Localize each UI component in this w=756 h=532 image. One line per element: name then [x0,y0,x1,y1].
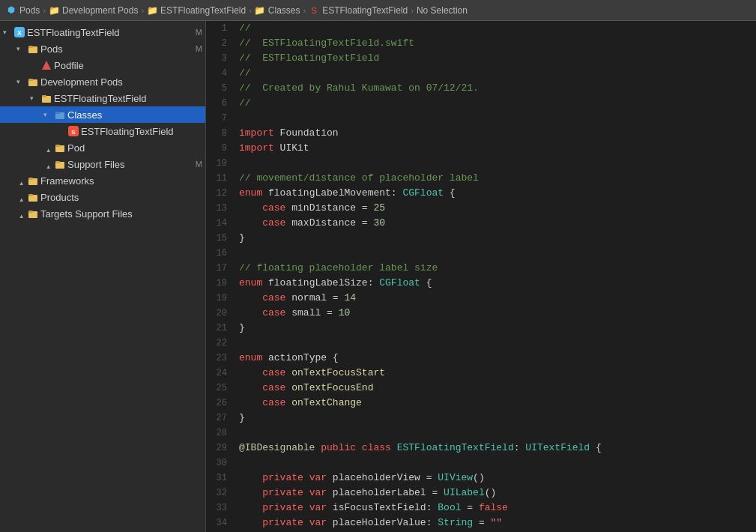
sidebar-item-targetssupportfiles[interactable]: ▸Targets Support Files [0,205,205,222]
token-plain: } [239,232,245,244]
sidebar-item-estfloatingtextfield-swift[interactable]: ▾SESTFloatingTextField [0,123,205,139]
token-keyword: enum [239,187,262,199]
token-plain [303,517,309,528]
token-keyword: case [262,367,285,378]
breadcrumb-item-devpods[interactable]: 📁 Development Pods [49,5,138,16]
line-content: // Created by Rahul Kumawat on 07/12/21. [236,81,756,96]
item-icon-folder [27,208,39,220]
line-number: 23 [206,351,236,366]
token-comment: // floating placeholder label size [239,262,438,273]
line-content [236,111,756,126]
breadcrumb-item-swift[interactable]: S ESTFloatingTextField [309,5,408,16]
sidebar-item-classes[interactable]: ▾Classes [0,106,205,123]
token-comment: // [239,97,251,109]
item-icon-folder [54,142,66,154]
sidebar-item-estfloatingtextfield-dev[interactable]: ▾ESTFloatingTextField [0,90,205,106]
item-label: Pods [40,43,191,55]
sidebar-item-pod[interactable]: ▸Pod [0,139,205,156]
sidebar-item-frameworks[interactable]: ▸Frameworks [0,172,205,189]
breadcrumb-label-classes: Classes [268,5,300,16]
line-content: private var isFocusTextField: Bool = fal… [236,501,756,516]
item-label: Development Pods [40,76,202,88]
svg-rect-18 [28,178,33,180]
sidebar-item-supportfiles[interactable]: ▸Support FilesM [0,156,205,172]
sidebar-item-developmentpods[interactable]: ▾Development Pods [0,73,205,90]
token-keyword: import [239,127,274,139]
line-number: 30 [206,456,236,471]
token-comment: // [239,67,251,79]
item-badge: M [193,28,202,37]
line-content: // floating placeholder label size [236,261,756,276]
code-line: 28 [206,426,756,441]
token-plain: small = [285,307,338,318]
item-icon-folder [40,92,52,104]
sidebar-item-pods[interactable]: ▾PodsM [0,40,205,57]
code-line: 21} [206,321,756,336]
token-keyword: import [239,142,274,154]
triangle-icon: ▾ [30,94,39,102]
code-line: 10 [206,156,756,171]
token-plain [239,472,262,483]
code-line: 7 [206,111,756,126]
sidebar-item-products[interactable]: ▸Products [0,189,205,205]
token-plain [239,217,262,229]
line-content: // [236,21,756,36]
code-line: 5// Created by Rahul Kumawat on 07/12/21… [206,81,756,96]
breadcrumb-item-classes[interactable]: 📁 Classes [255,5,300,16]
token-plain: = [473,517,490,528]
token-plain: placeholderView = [327,472,438,483]
line-content [236,156,756,171]
token-number: 30 [373,217,385,229]
code-line: 3// ESTFloatingTextField [206,51,756,66]
token-keyword: false [479,502,508,513]
line-content: // ESTFloatingTextField.swift [236,36,756,51]
token-keyword: enum [239,352,262,363]
token-plain: normal = [285,292,344,303]
code-editor[interactable]: 1//2// ESTFloatingTextField.swift3// EST… [206,21,756,532]
token-keyword: case [262,217,285,229]
line-number: 18 [206,276,236,291]
token-plain: floatingLabelMovement: [262,187,402,199]
line-content [236,336,756,351]
svg-rect-3 [28,46,33,48]
line-number: 17 [206,261,236,276]
line-content: enum actionType { [236,351,756,366]
svg-rect-6 [28,79,33,81]
line-content: case onTextChange [236,396,756,411]
breadcrumb-item-pods[interactable]: ⬢ Pods [6,5,40,16]
breadcrumb-item-esttf[interactable]: 📁 ESTFloatingTextField [147,5,246,16]
line-content: private var placeHolderValue: String = "… [236,516,756,531]
code-line: 16 [206,246,756,261]
line-content: // [236,66,756,81]
line-number: 29 [206,441,236,456]
triangle-icon: ▾ [16,45,25,52]
code-line: 8import Foundation [206,126,756,141]
token-type: UITextField [525,442,590,453]
sidebar-item-estfloatingtextfield-root[interactable]: ▾XESTFloatingTextFieldM [0,24,205,40]
sidebar[interactable]: ▾XESTFloatingTextFieldM▾PodsM▾Podfile▾De… [0,21,206,532]
token-keyword: case [262,307,285,318]
line-number: 31 [206,471,236,486]
breadcrumb-label-swift: ESTFloatingTextField [322,5,408,16]
token-comment: // Created by Rahul Kumawat on 07/12/21. [239,82,479,94]
breadcrumb-label-esttf: ESTFloatingTextField [160,5,246,16]
token-plain: = [462,502,479,513]
token-plain: Foundation [274,127,339,139]
token-keyword: var [309,472,327,483]
line-number: 24 [206,366,236,381]
token-plain: floatingLabelSize: [262,277,379,288]
code-line: 1// [206,21,756,36]
sidebar-item-podfile[interactable]: ▾Podfile [0,57,205,73]
token-keyword: var [309,502,327,513]
token-plain: : [514,442,526,453]
item-label: ESTFloatingTextField [27,27,191,38]
code-line: 25 case onTextFocusEnd [206,381,756,396]
token-type: UIView [438,472,473,483]
breadcrumb-item-nosel: No Selection [417,5,468,16]
code-line: 33 private var isFocusTextField: Bool = … [206,501,756,516]
item-label: Frameworks [40,175,202,187]
line-content: import UIKit [236,141,756,156]
line-content: private var placeholderView = UIView() [236,471,756,486]
code-line: 6// [206,96,756,111]
token-number: 14 [344,292,356,303]
